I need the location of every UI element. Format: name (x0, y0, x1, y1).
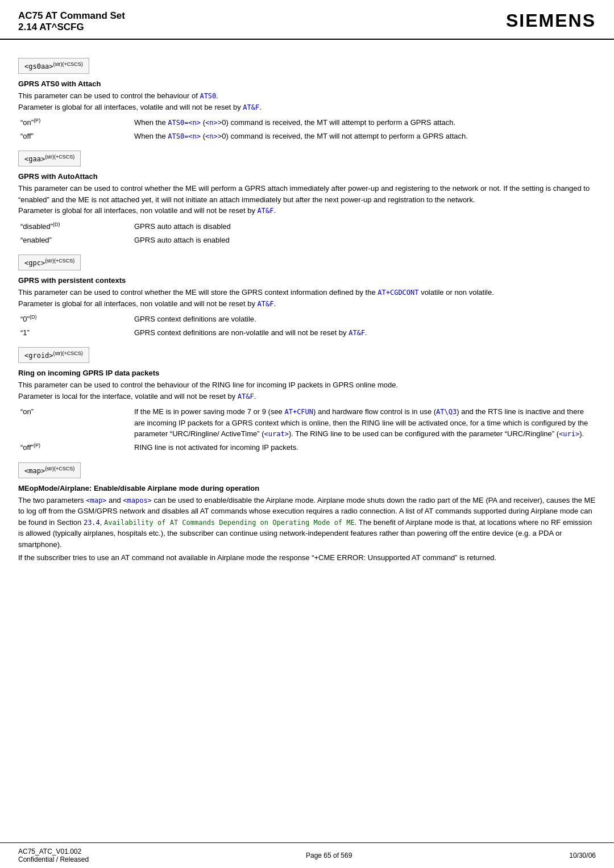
header-left: AC75 AT Command Set 2.14 AT^SCFG (18, 10, 125, 33)
table-row: “enabled” GPRS auto attach is enabled (18, 233, 596, 247)
footer-doc-id: AC75_ATC_V01.002 (18, 848, 89, 856)
param-box-groid: <groid>(str)(+CSCS) (18, 347, 89, 363)
section-heading-gpc: GPRS with persistent contexts (18, 276, 596, 285)
body-text-groid-1: This parameter can be used to control th… (18, 379, 596, 402)
section-heading-gs0aa: GPRS ATS0 with Attach (18, 80, 596, 88)
body-text-gpc-1: This parameter can be used to control wh… (18, 287, 596, 309)
ref-section-234: 23.4 (84, 519, 100, 527)
def-table-groid: “on” If the ME is in power saving mode 7… (18, 405, 596, 454)
footer-date: 10/30/06 (569, 852, 596, 859)
table-row: “off” When the ATS0=<n> (<n>>0) command … (18, 130, 596, 143)
ref-atf-3: AT&F (258, 300, 274, 308)
def-enabled: GPRS auto attach is enabled (132, 233, 596, 247)
def-disabled: GPRS auto attach is disabled (132, 220, 596, 233)
table-row: “1” GPRS context definitions are non-vol… (18, 326, 596, 340)
section-gs0aa: <gs0aa>(str)(+CSCS) GPRS ATS0 with Attac… (18, 58, 596, 143)
page-header: AC75 AT Command Set 2.14 AT^SCFG SIEMENS (0, 0, 614, 40)
body-text-map-1: The two parameters <map> and <mapos> can… (18, 495, 596, 550)
param-sup-groid: (str)(+CSCS) (53, 350, 83, 356)
def-0: GPRS context definitions are volatile. (132, 312, 596, 326)
section-groid: <groid>(str)(+CSCS) Ring on incoming GPR… (18, 347, 596, 454)
header-right: SIEMENS (506, 10, 596, 31)
def-table-gpc: “0”(D) GPRS context definitions are vola… (18, 312, 596, 339)
term-0: “0”(D) (18, 312, 132, 326)
def-table-gaa: “disabled”(D) GPRS auto attach is disabl… (18, 220, 596, 247)
term-on: “on”(P) (18, 116, 132, 130)
table-row: “on” If the ME is in power saving mode 7… (18, 405, 596, 441)
param-box-map: <map>(str)(+CSCS) (18, 462, 81, 478)
footer-left: AC75_ATC_V01.002 Confidential / Released (18, 848, 89, 863)
section-gaa: <gaa>(str)(+CSCS) GPRS with AutoAttach T… (18, 151, 596, 247)
term-off-groid: “off”(P) (18, 441, 132, 454)
section-heading-map: MEopMode/Airplane: Enable/disable Airpla… (18, 484, 596, 493)
term-on-groid: “on” (18, 405, 132, 441)
term-1: “1” (18, 326, 132, 340)
term-off: “off” (18, 130, 132, 143)
document-subtitle: 2.14 AT^SCFG (18, 22, 125, 33)
section-heading-groid: Ring on incoming GPRS IP data packets (18, 369, 596, 377)
ref-atf-1: AT&F (243, 103, 259, 111)
table-row: “0”(D) GPRS context definitions are vola… (18, 312, 596, 326)
param-name-gaa: <gaa> (24, 155, 45, 163)
ref-atf-2: AT&F (258, 207, 274, 215)
param-box-gaa: <gaa>(str)(+CSCS) (18, 151, 81, 166)
table-row: “disabled”(D) GPRS auto attach is disabl… (18, 220, 596, 233)
page-footer: AC75_ATC_V01.002 Confidential / Released… (0, 842, 614, 868)
param-box-gpc: <gpc>(str)(+CSCS) (18, 254, 81, 270)
section-gpc: <gpc>(str)(+CSCS) GPRS with persistent c… (18, 254, 596, 339)
def-on-groid: If the ME is in power saving mode 7 or 9… (132, 405, 596, 441)
main-content: <gs0aa>(str)(+CSCS) GPRS ATS0 with Attac… (0, 40, 614, 578)
def-1: GPRS context definitions are non-volatil… (132, 326, 596, 340)
def-table-gs0aa: “on”(P) When the ATS0=<n> (<n>>0) comman… (18, 116, 596, 143)
ref-atf-4: AT&F (238, 393, 254, 400)
document-title: AC75 AT Command Set (18, 10, 125, 22)
brand-logo: SIEMENS (506, 10, 596, 31)
param-name-gpc: <gpc> (24, 259, 45, 267)
ref-availability: Availability of AT Commands Depending on… (104, 519, 355, 527)
def-on: When the ATS0=<n> (<n>>0) command is rec… (132, 116, 596, 130)
footer-page-number: Page 65 of 569 (306, 852, 352, 859)
table-row: “on”(P) When the ATS0=<n> (<n>>0) comman… (18, 116, 596, 130)
param-name-gs0aa: <gs0aa> (24, 62, 53, 70)
ref-map: <map> (86, 496, 106, 504)
param-sup-gaa: (str)(+CSCS) (45, 154, 74, 160)
param-sup-gs0aa: (str)(+CSCS) (53, 61, 83, 67)
param-name-map: <map> (24, 467, 45, 475)
param-sup-map: (str)(+CSCS) (45, 466, 74, 471)
ref-ats0: ATS0 (200, 92, 216, 100)
def-off-groid: RING line is not activated for incoming … (132, 441, 596, 454)
body-text-map-2: If the subscriber tries to use an AT com… (18, 552, 596, 564)
body-text-gs0aa-1: This parameter can be used to control th… (18, 90, 596, 112)
table-row: “off”(P) RING line is not activated for … (18, 441, 596, 454)
def-off: When the ATS0=<n> (<n>>0) command is rec… (132, 130, 596, 143)
term-disabled: “disabled”(D) (18, 220, 132, 233)
param-box-gs0aa: <gs0aa>(str)(+CSCS) (18, 58, 89, 74)
footer-status: Confidential / Released (18, 856, 89, 863)
ref-mapos: <mapos> (123, 496, 152, 504)
param-name-groid: <groid> (24, 352, 53, 360)
term-enabled: “enabled” (18, 233, 132, 247)
ref-cgdcont: AT+CGDCONT (377, 289, 418, 297)
param-sup-gpc: (str)(+CSCS) (45, 258, 74, 264)
section-map: <map>(str)(+CSCS) MEopMode/Airplane: Ena… (18, 462, 596, 564)
body-text-gaa-1: This parameter can be used to control wh… (18, 183, 596, 216)
section-heading-gaa: GPRS with AutoAttach (18, 172, 596, 181)
